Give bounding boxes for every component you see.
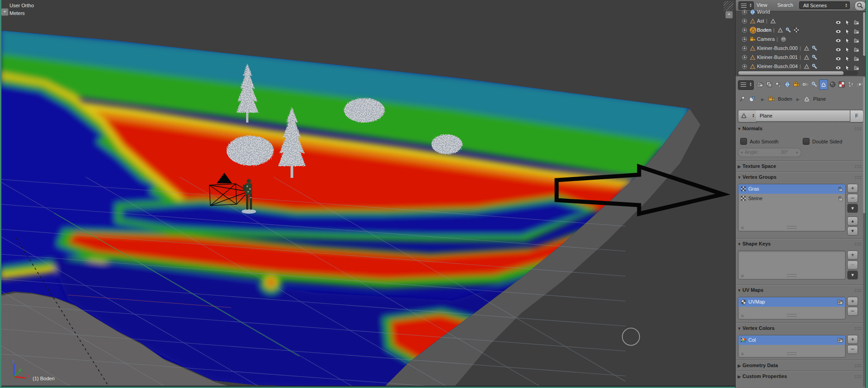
vertex-color-row-col[interactable]: Col [738, 335, 845, 345]
cursor-arrow-icon[interactable] [844, 38, 850, 44]
vertex-color-add-button[interactable]: + [847, 335, 858, 344]
outliner-item-kleiner-busch-004[interactable]: Kleiner-Busch.004| [736, 62, 866, 71]
outliner-menu-search[interactable]: Search [777, 2, 793, 8]
tab-texture[interactable] [837, 79, 846, 90]
cursor-arrow-icon[interactable] [844, 56, 850, 62]
list-add-icon[interactable]: ⊕ [741, 226, 744, 230]
shape-key-remove-button[interactable]: − [847, 260, 858, 270]
uv-map-add-button[interactable]: + [847, 297, 858, 306]
panel-grip-icon[interactable] [854, 127, 861, 130]
vertex-group-move-up-button[interactable]: ▲ [847, 216, 858, 226]
datablock-type-button[interactable]: ▲▼ [738, 110, 757, 123]
outliner-item-boden[interactable]: Boden| [736, 26, 866, 34]
bush-3[interactable] [432, 134, 462, 154]
datablock-name-input[interactable]: Plane [756, 110, 850, 122]
section-normals[interactable]: ▼Normals [736, 123, 865, 133]
vertex-group-row-steine[interactable]: Steine [738, 194, 845, 203]
angle-slider[interactable]: ◂ Angle: 30° ▸ [738, 148, 801, 157]
eye-icon[interactable] [835, 38, 841, 44]
eye-icon[interactable] [835, 29, 841, 34]
panel-grip-icon[interactable] [854, 176, 861, 179]
outliner-menu-view[interactable]: View [756, 2, 767, 8]
expand-icon[interactable] [742, 19, 747, 24]
section-uv-maps[interactable]: ▼UV Maps [736, 285, 865, 295]
panel-grip-icon[interactable] [854, 242, 861, 246]
eye-icon[interactable] [835, 47, 841, 53]
section-vertex-colors[interactable]: ▼Vertex Colors [736, 323, 865, 333]
camera-render-icon[interactable] [853, 56, 859, 62]
panel-grip-icon[interactable] [854, 375, 861, 378]
panel-grip-icon[interactable] [854, 289, 861, 292]
tab-particles[interactable] [846, 79, 855, 90]
eye-icon[interactable] [835, 20, 841, 25]
panel-grip-icon[interactable] [854, 165, 861, 168]
vertex-group-move-down-button[interactable]: ▼ [847, 226, 858, 236]
uv-map-row-uvmap[interactable]: UVMap [738, 297, 845, 307]
tab-material[interactable] [828, 79, 837, 90]
auto-smooth-checkbox-row[interactable]: Auto Smooth [740, 138, 779, 145]
section-custom-properties[interactable]: ▶Custom Properties [736, 371, 865, 381]
uv-map-remove-button[interactable]: − [847, 307, 858, 316]
auto-smooth-checkbox[interactable] [740, 138, 747, 145]
double-sided-checkbox-row[interactable]: Double Sided [803, 138, 842, 145]
list-add-icon[interactable]: ⊕ [741, 352, 744, 356]
outliner-item-camera[interactable]: Camera| [736, 35, 866, 44]
vertex-group-row-gras[interactable]: Gras [738, 184, 845, 194]
shape-keys-list[interactable]: ⊕ [738, 250, 846, 280]
list-add-icon[interactable]: ⊕ [741, 274, 744, 278]
section-texture-space[interactable]: ▶Texture Space [736, 161, 865, 171]
open-padlock-icon[interactable] [837, 196, 843, 201]
panel-grip-icon[interactable] [854, 364, 861, 367]
tab-render-layers[interactable] [765, 79, 774, 90]
tab-object-data[interactable] [819, 79, 828, 90]
section-geometry-data[interactable]: ▶Geometry Data [736, 360, 865, 370]
vertex-color-remove-button[interactable]: − [847, 345, 858, 354]
list-add-icon[interactable]: ⊕ [741, 314, 744, 318]
outliner-item-kleiner-busch-001[interactable]: Kleiner-Busch.001| [736, 53, 866, 62]
tab-world[interactable] [783, 79, 792, 90]
outliner-horizontal-scrollbar[interactable] [737, 71, 858, 75]
expand-icon[interactable] [742, 64, 747, 69]
pin-icon[interactable] [739, 96, 746, 102]
npanel-expand-button[interactable]: + [725, 11, 733, 19]
outliner-item-world[interactable]: World [736, 8, 866, 16]
viewport-resize-grip[interactable] [723, 1, 733, 11]
shape-key-add-button[interactable]: + [847, 250, 858, 260]
bush-2[interactable] [227, 136, 274, 166]
breadcrumb-data[interactable]: Plane [813, 96, 826, 102]
cursor-arrow-icon[interactable] [844, 29, 850, 34]
bush-1[interactable] [344, 98, 385, 123]
section-shape-keys[interactable]: ▼Shape Keys [736, 239, 865, 248]
camera-render-icon[interactable] [853, 29, 859, 34]
vertex-group-specials-menu-button[interactable]: ▼ [847, 204, 858, 213]
uv-maps-list[interactable]: UVMap ⊕ [738, 297, 846, 319]
camera-render-icon[interactable] [853, 47, 859, 53]
scrollbar-thumb[interactable] [738, 71, 844, 75]
eye-icon[interactable] [835, 65, 841, 71]
editor-type-button[interactable]: ▲▼ [738, 80, 754, 90]
camera-render-icon[interactable] [853, 65, 859, 71]
open-padlock-icon[interactable] [837, 186, 843, 192]
3d-viewport[interactable]: z y x [0, 0, 735, 388]
expand-icon[interactable] [742, 37, 747, 42]
vertex-groups-list[interactable]: Gras Steine ⊕ [738, 184, 846, 231]
tab-render[interactable] [756, 79, 765, 90]
list-resize-grip[interactable] [787, 352, 797, 355]
cursor-arrow-icon[interactable] [844, 65, 850, 71]
fake-user-button[interactable]: F [850, 110, 863, 123]
expand-icon[interactable] [742, 46, 747, 51]
outliner-item-ast[interactable]: Ast| [736, 17, 866, 25]
vertex-colors-list[interactable]: Col ⊕ [738, 335, 846, 358]
cursor-arrow-icon[interactable] [844, 47, 850, 53]
list-resize-grip[interactable] [787, 226, 797, 229]
tab-modifiers[interactable] [810, 79, 819, 90]
expand-icon[interactable] [742, 28, 747, 33]
breadcrumb-object[interactable]: Boden [778, 96, 792, 102]
tab-scene[interactable] [774, 79, 783, 90]
camera-render-icon[interactable] [853, 20, 859, 25]
tab-object[interactable] [792, 79, 801, 90]
vertex-group-remove-button[interactable]: − [847, 194, 858, 203]
expand-icon[interactable] [742, 55, 747, 60]
panel-grip-icon[interactable] [854, 327, 861, 330]
camera-render-icon[interactable] [853, 38, 859, 44]
